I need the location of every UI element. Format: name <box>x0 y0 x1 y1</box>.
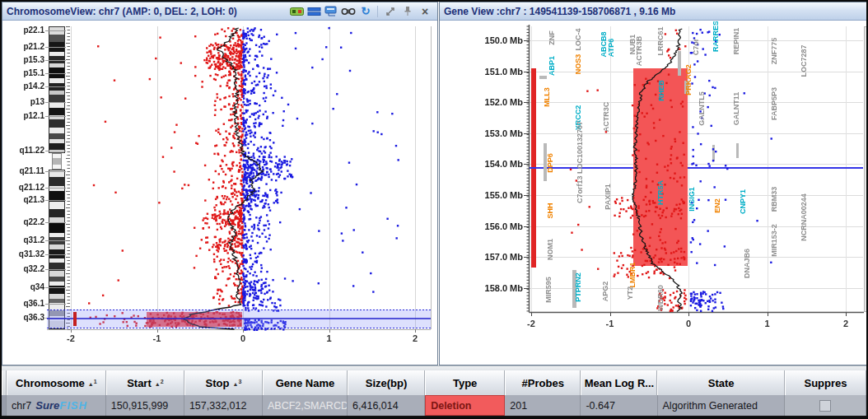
x-axis-tick-label: -2 <box>527 319 535 328</box>
gene-label-znf775: ZNF775 <box>771 38 778 65</box>
gene-label-insig1: INSIG1 <box>688 187 696 212</box>
gene-label-lrrc61: LRRC61 <box>657 26 665 55</box>
x-axis-tick-label: 2 <box>843 319 848 328</box>
close-icon[interactable]: × <box>417 5 433 18</box>
gene-label-mir153-2: MIR153-2 <box>771 224 778 257</box>
toolbar-separator <box>377 6 378 17</box>
column-header-size-bp-[interactable]: Size(bp) <box>348 370 425 395</box>
gene-view-title: Gene View :chr7 : 149541139-158706871 , … <box>444 6 675 17</box>
chromosome-value: chr7 <box>12 400 31 412</box>
column-header--probes[interactable]: #Probes <box>505 370 581 395</box>
cell-gene-name: ABCF2,SMARCD <box>263 395 348 416</box>
gene-label-apg2: APG2 <box>602 282 609 302</box>
column-header-state[interactable]: State <box>657 370 785 395</box>
restore-icon[interactable] <box>382 5 399 18</box>
column-header-type[interactable]: Type <box>425 370 505 395</box>
gene-view-titlebar: Gene View :chr7 : 149541139-158706871 , … <box>440 2 867 21</box>
cytoband-label: q34 <box>3 283 44 291</box>
column-header-gene-name[interactable]: Gene Name <box>263 370 348 395</box>
gene-label-znf: ZNF <box>548 30 556 45</box>
cytoband-label: p13 <box>3 98 44 106</box>
gene-label-nom1: NOM1 <box>547 239 554 260</box>
gene-label-abp1: ABP1 <box>548 56 556 76</box>
refresh-icon[interactable]: ↻ <box>357 5 374 18</box>
gene-view-body: 150.0 Mb151.0 Mb152.0 Mb153.0 Mb154.0 Mb… <box>441 21 866 364</box>
cell-state: Algorithm Generated <box>658 395 786 416</box>
gene-label-loc7287: LOC7287 <box>800 44 808 77</box>
cell-mean-log-ratio: -0.647 <box>581 395 657 416</box>
column-header-stop[interactable]: Stop▲3 <box>184 370 263 395</box>
x-axis-tick-label: -1 <box>606 319 614 328</box>
y-axis-tick-label: 158.0 Mb <box>442 284 523 293</box>
sort-indicator: ▲2 <box>155 379 164 387</box>
column-header-start[interactable]: Start▲2 <box>106 370 184 395</box>
cell-stop: 157,332,012 <box>184 395 263 416</box>
cell-chromosome: chr7SureFISH <box>7 395 106 416</box>
table-row[interactable]: chr7SureFISH150,915,999157,332,012ABCF2,… <box>2 395 866 416</box>
cell-size-bp: 6,416,014 <box>348 395 425 416</box>
cell-probes: 201 <box>505 395 581 416</box>
gene-label-cnpy1: CNPY1 <box>740 189 747 214</box>
gene-label-en2: EN2 <box>714 198 721 213</box>
gene-label-repin1: REPIN1 <box>733 28 740 55</box>
column-header-label: Start <box>127 377 152 389</box>
column-header-label: Type <box>453 377 477 389</box>
cell-start: 150,915,999 <box>106 395 184 416</box>
application-window: ChromosomeView: chr7 (AMP: 0, DEL: 2, LO… <box>0 0 868 419</box>
binoculars-icon[interactable] <box>340 5 357 18</box>
gene-label-galntl5: GALNTL5 <box>698 91 706 126</box>
sort-indicator: ▲1 <box>88 379 97 387</box>
y-axis-tick-label: 154.0 Mb <box>442 160 523 169</box>
gene-label-c7orf13-loc100132707: C7orf13 LOC100132707 <box>576 121 584 203</box>
gene-label-dnajb6: DNAJB6 <box>744 249 751 278</box>
pin-icon[interactable] <box>399 5 416 18</box>
column-header-label: Size(bp) <box>366 377 408 389</box>
chromosome-view-panel: ChromosomeView: chr7 (AMP: 0, DEL: 2, LO… <box>2 2 438 365</box>
gene-label-htr5a: HTR5A <box>657 180 665 205</box>
column-header-mean-log-r-[interactable]: Mean Log R... <box>581 370 657 395</box>
sort-indicator: ▲3 <box>232 379 241 387</box>
gene-label-ptprn2: PTPRN2 <box>575 272 582 302</box>
cytoband-label: q31.32 <box>3 250 44 258</box>
surefish-logo: SureFISH <box>35 399 87 412</box>
gene-label-lmbr1: LMBR1 <box>629 263 637 288</box>
gene-label-fabp5p3: FABP5P3 <box>771 87 778 120</box>
x-axis-tick-label: 0 <box>240 333 245 343</box>
chromosome-view-title: ChromosomeView: chr7 (AMP: 0, DEL: 2, LO… <box>7 6 237 17</box>
column-header-label: State <box>708 377 735 389</box>
chromosome-plot-canvas[interactable] <box>3 21 436 364</box>
column-header-label: Suppres <box>804 377 847 389</box>
column-header-chromosome[interactable]: Chromosome▲1 <box>7 370 106 395</box>
y-axis-tick-label: 156.0 Mb <box>442 222 523 231</box>
aberration-icon[interactable] <box>288 5 305 18</box>
report-icon[interactable] <box>323 5 339 18</box>
chromosome-view-body: p22.1p21.2p15.3p15.1p14.2p13p12.1q11.22q… <box>3 21 436 364</box>
surefish-logo-sure: Sure <box>35 399 59 412</box>
gene-label-prkag2: PRKAG2 <box>685 64 693 95</box>
gene-label-galnt11: GALNT11 <box>733 92 740 126</box>
x-axis-tick-label: 1 <box>764 319 769 328</box>
cytoband-label: q36.3 <box>3 314 44 322</box>
tracks-icon[interactable] <box>306 5 322 18</box>
cell-type-deletion: Deletion <box>425 395 505 416</box>
cytoband-label: q21.12 <box>3 184 44 192</box>
gene-label-rheb: RHEB <box>658 80 665 101</box>
column-header-label: Stop <box>206 377 230 389</box>
gene-label-shh: SHH <box>547 203 554 218</box>
x-axis-tick-label: -2 <box>67 333 75 343</box>
column-header-suppres[interactable]: Suppres <box>785 370 866 395</box>
gene-label-mll3: MLL3 <box>544 87 551 107</box>
column-header-label: Chromosome <box>16 377 85 389</box>
gene-label-mir595: MIR595 <box>545 277 553 303</box>
y-axis-tick-label: 155.0 Mb <box>442 191 523 200</box>
column-header-label: Gene Name <box>276 377 335 389</box>
gene-label-paxip1: PAXIP1 <box>604 184 612 209</box>
cytoband-label: q11.22 <box>3 147 44 155</box>
column-header-label: #Probes <box>522 377 564 389</box>
cytoband-label: q22.2 <box>3 218 44 226</box>
y-axis-tick-label: 151.0 Mb <box>442 68 523 77</box>
cytoband-label: p14.2 <box>3 82 44 91</box>
suppress-checkbox[interactable] <box>819 400 831 412</box>
gene-label-ncrna00244: NCRNA00244 <box>800 193 808 241</box>
chromosome-view-titlebar: ChromosomeView: chr7 (AMP: 0, DEL: 2, LO… <box>2 2 437 21</box>
